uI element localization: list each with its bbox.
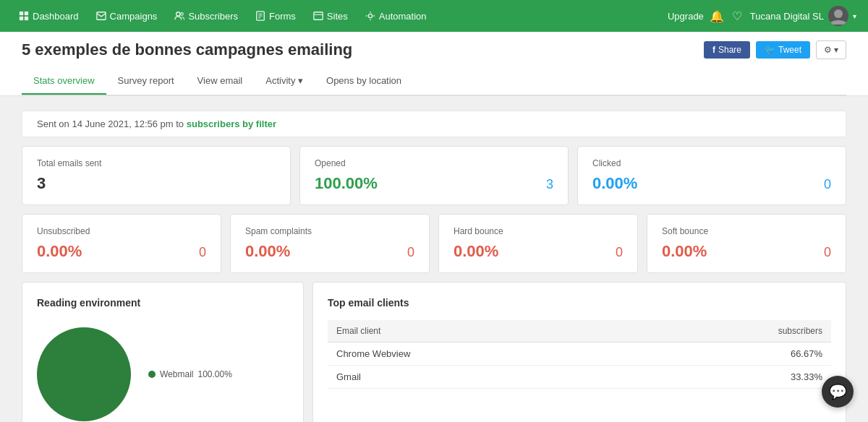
svg-rect-0 [20,12,23,15]
stat-hard-bounce: Hard bounce 0.00% 0 [438,214,638,273]
stat-soft-bounce: Soft bounce 0.00% 0 [647,214,846,273]
twitter-icon: 🐦 [765,45,775,55]
svg-point-5 [176,12,180,16]
svg-rect-3 [25,17,28,20]
col-subscribers: subscribers [628,320,831,343]
favorites-icon[interactable]: ♡ [730,9,744,23]
client-name: Chrome Webview [328,343,628,366]
total-emails-value: 3 [37,174,46,193]
chat-icon: 💬 [829,383,847,400]
nav-campaigns[interactable]: Campaigns [89,0,165,32]
gear-icon: ⚙ [824,45,832,55]
tweet-button[interactable]: 🐦 Tweet [756,41,810,59]
user-menu[interactable]: Tucana Digital SL ▾ [750,6,856,26]
upgrade-button[interactable]: Upgrade [668,11,704,22]
stat-total-emails: Total emails sent 3 [22,146,291,205]
bottom-row: Reading environment Webmail 100.00% Top … [22,282,846,422]
svg-point-6 [181,13,184,16]
nav-dashboard[interactable]: Dashboard [12,0,86,32]
chevron-down-icon: ▾ [853,12,856,20]
legend-item-webmail: Webmail 100.00% [148,369,232,379]
pie-container: Webmail 100.00% [37,320,289,422]
soft-bounce-count: 0 [824,245,831,260]
chevron-down-icon: ▾ [834,45,838,55]
svg-rect-11 [314,12,323,20]
email-clients-title: Top email clients [328,297,831,309]
tab-survey[interactable]: Survey report [106,68,186,95]
nav-automation[interactable]: Automation [358,0,434,32]
client-name: Gmail [328,366,628,389]
settings-button[interactable]: ⚙ ▾ [816,40,846,59]
spam-value: 0.00% [245,242,290,261]
nav-forms[interactable]: Forms [248,0,303,32]
svg-rect-1 [25,12,28,15]
col-client: Email client [328,320,628,343]
nav-sites[interactable]: Sites [306,0,355,32]
stat-opened: Opened 100.00% 3 [299,146,569,205]
svg-point-13 [368,14,372,17]
clicked-value: 0.00% [592,174,637,193]
unsubscribed-value: 0.00% [37,242,82,261]
svg-point-14 [834,9,843,18]
tab-view-email[interactable]: View email [186,68,255,95]
reading-environment-panel: Reading environment Webmail 100.00% [22,282,304,422]
clicked-count: 0 [824,177,831,192]
pie-chart [37,327,131,421]
opened-count: 3 [546,177,553,192]
tab-bar: Stats overview Survey report View email … [22,68,846,95]
top-nav: Dashboard Campaigns Subscribers Forms Si… [0,0,868,32]
facebook-icon: f [712,45,715,55]
client-value: 66.67% [628,343,831,366]
svg-rect-4 [96,12,105,20]
stat-spam: Spam complaints 0.00% 0 [230,214,430,273]
clients-table: Email client subscribers Chrome Webview … [328,320,831,389]
legend: Webmail 100.00% [148,369,232,379]
spam-count: 0 [407,245,414,260]
hard-bounce-value: 0.00% [454,242,498,261]
table-row: Chrome Webview 66.67% [328,343,831,366]
table-row: Gmail 33.33% [328,366,831,389]
tab-stats[interactable]: Stats overview [22,68,106,95]
avatar [828,6,848,26]
tab-opens[interactable]: Opens by location [315,68,413,95]
stat-clicked: Clicked 0.00% 0 [577,146,846,205]
reading-env-title: Reading environment [37,297,289,309]
share-button[interactable]: f Share [704,41,750,59]
nav-subscribers[interactable]: Subscribers [167,0,245,32]
chat-button[interactable]: 💬 [822,376,854,408]
client-value: 33.33% [628,366,831,389]
sent-info: Sent on 14 June 2021, 12:56 pm to subscr… [37,119,831,129]
stats-row-2: Unsubscribed 0.00% 0 Spam complaints 0.0… [22,214,846,273]
unsubscribed-count: 0 [199,245,206,260]
notifications-icon[interactable]: 🔔 [710,9,724,23]
stat-unsubscribed: Unsubscribed 0.00% 0 [22,214,221,273]
stats-row-1: Total emails sent 3 Opened 100.00% 3 Cli… [22,146,846,205]
page-title: 5 exemples de bonnes campagnes emailing [22,40,352,59]
webmail-dot [148,371,156,378]
opened-value: 100.00% [315,174,378,193]
email-clients-panel: Top email clients Email client subscribe… [312,282,846,422]
soft-bounce-value: 0.00% [662,242,707,261]
header-actions: f Share 🐦 Tweet ⚙ ▾ [704,40,846,59]
tab-activity[interactable]: Activity ▾ [254,68,315,95]
hard-bounce-count: 0 [616,245,623,260]
svg-rect-2 [20,17,23,20]
